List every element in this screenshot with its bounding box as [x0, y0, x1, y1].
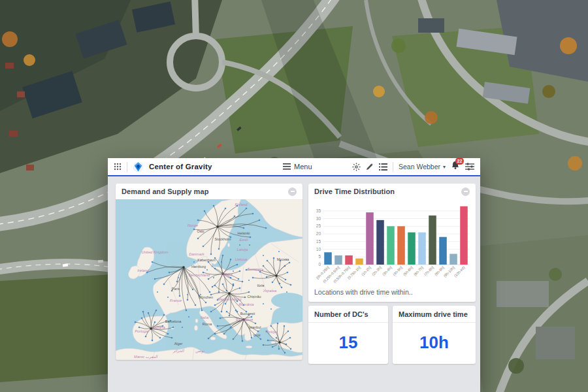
demand-point [260, 338, 262, 340]
bar[interactable] [345, 255, 353, 265]
filter-sliders-icon[interactable] [465, 163, 474, 171]
demand-point [208, 278, 210, 280]
app-logo-gem-icon [133, 161, 144, 172]
demand-point [242, 281, 244, 283]
demand-point [251, 337, 253, 339]
list-view-icon[interactable] [379, 163, 387, 171]
x-axis-tick: (7h-8h] [423, 265, 434, 276]
demand-point [159, 337, 161, 339]
demand-point [255, 323, 257, 325]
demand-point [249, 244, 250, 246]
demand-point [230, 327, 232, 329]
map-label: România [238, 302, 254, 306]
app-launcher-waffle-icon[interactable] [114, 163, 122, 171]
bar[interactable] [324, 252, 332, 265]
supply-hub[interactable] [278, 341, 281, 344]
map-label: Oslo [197, 229, 204, 233]
demand-point [267, 260, 269, 262]
demand-point [263, 303, 264, 304]
user-menu[interactable]: Sean Webber ▾ [399, 163, 446, 171]
demand-point [172, 327, 174, 329]
screenshot-root: Center of Gravity Menu [0, 0, 588, 392]
bar[interactable] [460, 206, 468, 265]
demand-point [277, 323, 279, 325]
map-label: Eesti [240, 238, 249, 242]
bar[interactable] [387, 226, 395, 265]
demand-point [214, 304, 216, 306]
bar[interactable] [397, 226, 405, 265]
demand-point [272, 346, 274, 348]
demand-point [163, 314, 165, 316]
demand-point [286, 291, 287, 293]
supply-hub[interactable] [275, 274, 278, 277]
demand-point [135, 321, 137, 323]
x-axis-tick: (4h-5h] [392, 265, 403, 276]
demand-point [239, 270, 241, 272]
map-label: France [170, 299, 182, 302]
demand-point [187, 299, 189, 301]
chevron-down-icon: ▾ [443, 164, 446, 170]
demand-point [204, 210, 206, 212]
menu-button[interactable]: Menu [283, 163, 312, 171]
settings-gear-icon[interactable] [352, 163, 361, 171]
minus-icon [291, 191, 295, 192]
bar[interactable] [449, 254, 457, 265]
bar[interactable] [335, 255, 342, 265]
demand-point [203, 246, 204, 248]
header-divider [127, 162, 127, 172]
demand-point [234, 216, 236, 218]
demand-point [289, 337, 291, 339]
map-label: București [240, 312, 255, 316]
demand-point [179, 295, 181, 297]
demand-point [154, 321, 156, 323]
demand-point [281, 287, 283, 289]
chart-panel-title: Drive Time Distribution [314, 188, 395, 195]
demand-point [239, 287, 241, 289]
map-label: Stockholm [214, 237, 231, 241]
demand-point [187, 294, 188, 295]
demand-point [155, 310, 157, 312]
map-label: Istanbul [249, 325, 261, 329]
demand-point [197, 220, 199, 221]
map-label: България [236, 318, 253, 321]
island [271, 341, 276, 344]
bar[interactable] [429, 216, 436, 265]
app-title: Center of Gravity [149, 163, 212, 171]
demand-point [188, 316, 189, 318]
demand-point [213, 277, 214, 278]
demand-point [178, 277, 179, 278]
y-axis-tick: 30 [316, 216, 321, 221]
bar[interactable] [366, 212, 374, 265]
x-axis-tick: (6h-7h] [413, 265, 424, 276]
supply-hub[interactable] [216, 225, 219, 228]
europe-map[interactable]: FinlandNorgeOsloStockholmHelsinkiEestiLa… [116, 199, 302, 360]
x-axis-tick: (1h-2h] [361, 265, 372, 276]
bar[interactable] [439, 237, 447, 265]
demand-point [217, 325, 219, 327]
y-axis-tick: 10 [316, 247, 321, 252]
map-label: Alger [174, 342, 183, 346]
demand-point [210, 311, 212, 313]
supply-hub[interactable] [228, 292, 231, 295]
demand-point [267, 340, 269, 342]
bar[interactable] [408, 233, 416, 265]
chart-panel: Drive Time Distribution 05101520253035[0… [308, 184, 476, 302]
edit-pencil-icon[interactable] [366, 163, 374, 171]
bar[interactable] [376, 220, 384, 265]
demand-point [290, 284, 292, 286]
demand-point [233, 338, 235, 340]
header-divider [393, 162, 393, 172]
notifications-bell[interactable]: 22 [451, 161, 460, 172]
demand-point [192, 289, 194, 291]
map-panel: Demand and Supply map [116, 184, 302, 360]
demand-point [163, 284, 165, 286]
chart-caption: Locations with drive time within.. [308, 287, 476, 296]
collapse-button[interactable] [461, 188, 470, 196]
bar[interactable] [355, 259, 363, 265]
supply-hub[interactable] [182, 266, 185, 269]
map-label: Deutschland [189, 273, 210, 277]
collapse-button[interactable] [288, 188, 297, 196]
y-axis-tick: 5 [318, 254, 321, 259]
demand-point [186, 310, 188, 312]
bar[interactable] [418, 233, 426, 265]
